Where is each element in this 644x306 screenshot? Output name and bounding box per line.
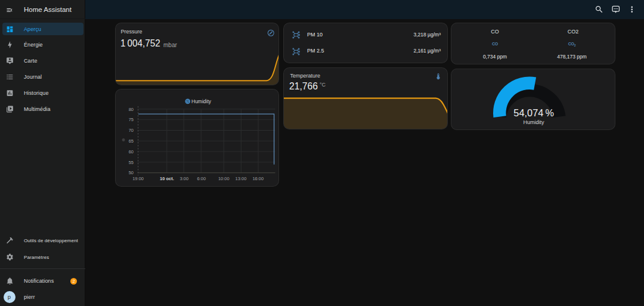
svg-text:75: 75: [129, 117, 134, 122]
svg-text:65: 65: [129, 138, 134, 144]
svg-text:10 oct.: 10 oct.: [160, 176, 174, 181]
svg-text:55: 55: [129, 160, 134, 165]
svg-text:19:00: 19:00: [132, 176, 144, 181]
svg-text:60: 60: [129, 149, 134, 154]
svg-text:13:00: 13:00: [236, 176, 247, 181]
svg-text:50: 50: [129, 170, 134, 175]
svg-text:16:00: 16:00: [252, 176, 264, 181]
svg-text:3:00: 3:00: [179, 176, 188, 181]
svg-text:10:00: 10:00: [218, 176, 230, 181]
svg-text:6:00: 6:00: [197, 176, 206, 181]
svg-text:70: 70: [129, 128, 134, 133]
svg-text:80: 80: [129, 107, 134, 112]
